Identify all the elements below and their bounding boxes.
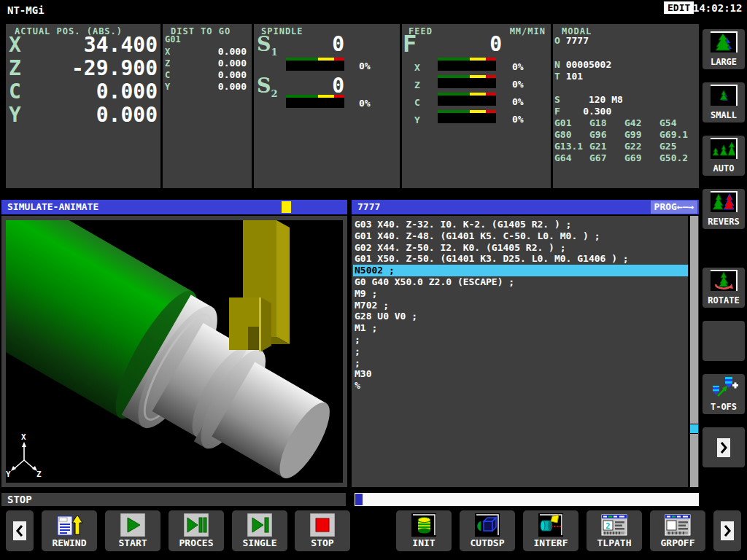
program-line[interactable]: ; <box>353 334 688 346</box>
modal-gcode: G22 <box>624 141 659 152</box>
dist-axis-x: X <box>165 47 170 57</box>
modal-gcode: G21 <box>589 141 624 152</box>
dist-axis-y: Y <box>165 82 170 92</box>
softkey-init[interactable]: INIT <box>396 510 452 551</box>
feed-axis-z: Z <box>414 79 420 90</box>
spindle2-load-bar <box>286 95 344 108</box>
modal-gcode: G99 <box>624 129 659 141</box>
program-scrollbar[interactable] <box>690 216 698 487</box>
program-line[interactable]: G02 X44. Z-50. I2. K0. (G1405 R2. ) ; <box>353 242 688 254</box>
dist-value-y: 0.000 <box>181 81 247 92</box>
chevron-left-icon <box>13 521 26 540</box>
triad-y-label: Y <box>6 470 11 479</box>
prog-direction-badge: PROG←—→ <box>651 201 697 214</box>
tool-insert-side <box>261 298 271 351</box>
softkey-interf[interactable]: INTERF <box>523 510 578 551</box>
softkey-label: INTERF <box>523 537 578 548</box>
simulate-active-marker <box>282 201 291 213</box>
modal-program-number: O 7777 <box>554 35 589 46</box>
simulate-window-titlebar: SIMULATE-ANIMATE <box>1 200 347 214</box>
sidebar-view-small-button[interactable]: SMALL <box>703 82 745 122</box>
modal-feed-rate: F 0.300 <box>554 106 611 117</box>
softkey-proces[interactable]: PROCES <box>169 510 224 551</box>
tree-rotate-icon <box>703 269 745 292</box>
feed-x-load-bar <box>438 58 496 71</box>
program-line[interactable]: G28 U0 V0 ; <box>353 311 688 322</box>
feed-axis-c: C <box>414 97 420 108</box>
axis-value-x: 34.400 <box>28 33 158 57</box>
triad-x-label: X <box>21 432 26 442</box>
program-line[interactable]: M9 ; <box>353 288 688 300</box>
sidebar-view-auto-button[interactable]: AUTO <box>703 136 745 176</box>
program-line-current[interactable]: N5002 ; <box>353 265 688 276</box>
program-line[interactable]: ; <box>353 357 688 369</box>
softkey-tlpath[interactable]: 2 TLPATH <box>587 510 642 551</box>
graphic-off-window-icon <box>650 513 705 537</box>
sidebar-label: ROTATE <box>703 295 745 306</box>
softkey-start[interactable]: START <box>105 510 160 551</box>
feed-y-load-bar <box>438 110 496 123</box>
triad-z-label: Z <box>36 470 42 479</box>
program-line[interactable]: M702 ; <box>353 300 688 311</box>
feed-value: 0 <box>425 32 502 56</box>
divider <box>400 24 402 188</box>
program-line[interactable]: ; <box>353 346 688 357</box>
cylinder-stock-icon <box>396 513 452 537</box>
program-line[interactable]: G0 G40 X50.0 Z2.0 (ESCAPE) ; <box>353 276 688 288</box>
axis-value-z: -29.900 <box>28 56 158 80</box>
program-line[interactable]: % <box>353 380 688 392</box>
softkey-stop[interactable]: STOP <box>295 510 350 551</box>
sidebar-blank-button[interactable] <box>703 321 745 361</box>
softkey-page-left-button[interactable] <box>6 510 34 551</box>
spindle1-load-bar <box>286 58 344 71</box>
axis-label-y: Y <box>9 103 21 127</box>
modal-gcode-grid: G01 G18 G42 G54 G80 G96 G99 G69.1 G13.1 … <box>554 117 694 164</box>
program-line[interactable]: M30 <box>353 368 688 380</box>
modal-gcode: G18 <box>589 117 624 129</box>
sidebar-label: SMALL <box>703 110 745 120</box>
modal-gcode: G25 <box>659 141 694 152</box>
sidebar-view-reverse-button[interactable]: REVERS <box>703 189 745 229</box>
softkey-rewind[interactable]: REWIND <box>42 510 97 551</box>
sidebar-label: LARGE <box>703 57 745 67</box>
program-lines: G03 X40. Z-32. I0. K-2. (G1405 R2. ) ; G… <box>353 219 688 392</box>
program-line[interactable]: G01 X50. Z-50. (G1401 K3. D25. L0. M0. G… <box>353 253 688 265</box>
softkey-single[interactable]: SINGLE <box>232 510 287 551</box>
dist-value-c: 0.000 <box>181 69 247 80</box>
program-scrollbar-thumb[interactable] <box>690 424 698 434</box>
simulation-3d-viewport[interactable]: X Y Z <box>1 216 347 487</box>
modal-gcode: G96 <box>589 129 624 141</box>
softkey-label: CUTDSP <box>460 537 515 548</box>
play-pause-icon <box>169 513 224 537</box>
modal-gcode: G42 <box>624 117 659 129</box>
dist-value-x: 0.000 <box>181 46 247 57</box>
tree-small-icon <box>703 84 745 107</box>
modal-tool-number: T 101 <box>554 71 583 82</box>
sidebar-tool-offset-button[interactable]: T-OFS <box>703 374 745 414</box>
modal-spindle-speed: S 120 M8 <box>554 94 623 105</box>
program-line[interactable]: G01 X40. Z-48. (G1401 K5. C-50. L0. M0. … <box>353 230 688 242</box>
feed-axis-y: Y <box>414 114 420 125</box>
softkey-cutdsp[interactable]: CUTDSP <box>460 510 515 551</box>
softkey-label: START <box>105 537 160 548</box>
sidebar-menu-next-button[interactable] <box>703 427 745 467</box>
modal-gcode: G80 <box>554 129 589 141</box>
sidebar-view-large-button[interactable]: LARGE <box>703 29 745 69</box>
feed-c-load-pct: 0% <box>512 96 524 107</box>
feed-z-load-pct: 0% <box>512 79 524 90</box>
play-step-icon <box>232 513 287 537</box>
program-line[interactable]: M1 ; <box>353 322 688 334</box>
machine-data-panel: ACTUAL POS. (ABS.) X 34.400 Z -29.900 C … <box>6 24 699 188</box>
sidebar-view-rotate-button[interactable]: ROTATE <box>703 268 745 308</box>
softkey-grpoff[interactable]: GRPOFF <box>650 510 705 551</box>
feed-y-load-pct: 0% <box>512 114 524 125</box>
axis-label-x: X <box>9 33 21 57</box>
program-line[interactable]: G03 X40. Z-32. I0. K-2. (G1405 R2. ) ; <box>353 219 688 230</box>
tool-path-window-icon: 2 <box>587 513 642 537</box>
cut-cube-icon <box>460 513 515 537</box>
interference-check-icon <box>523 513 578 537</box>
softkey-page-right-button[interactable] <box>713 510 741 551</box>
program-progress-bar <box>355 493 699 506</box>
stop-square-icon <box>295 513 350 537</box>
modal-gcode: G01 <box>554 117 589 129</box>
